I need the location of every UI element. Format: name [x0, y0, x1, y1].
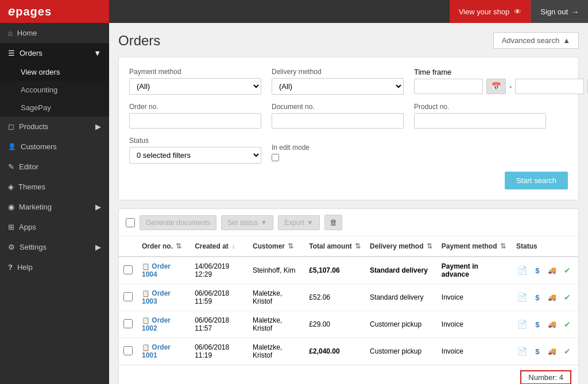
- order-icon: 📋: [142, 263, 150, 270]
- sidebar-item-help[interactable]: ? Help: [0, 257, 109, 277]
- status-select[interactable]: 0 selected filters: [129, 147, 261, 164]
- dollar-icon[interactable]: $: [531, 345, 544, 358]
- dollar-icon[interactable]: $: [531, 291, 544, 304]
- row-select-checkbox[interactable]: [123, 319, 133, 328]
- th-total-amount[interactable]: Total amount ⇅: [304, 236, 365, 257]
- row-select-checkbox[interactable]: [123, 265, 133, 274]
- sidebar-item-marketing[interactable]: ◉ Marketing ▶: [0, 197, 109, 217]
- payment-method-group: Payment method (All) Invoice PayPal Cred…: [129, 68, 261, 95]
- time-frame-from-input[interactable]: [414, 79, 483, 94]
- sort-icon-delivery-method: ⇅: [427, 242, 432, 250]
- order-no-input[interactable]: [129, 113, 261, 129]
- check-icon[interactable]: ✔: [561, 318, 574, 331]
- truck-icon[interactable]: 🚚: [546, 318, 559, 331]
- set-status-button[interactable]: Set status ▼: [221, 215, 273, 230]
- document-no-input[interactable]: [272, 113, 404, 129]
- calendar-from-button[interactable]: 📅: [486, 79, 506, 94]
- check-icon[interactable]: ✔: [561, 345, 574, 358]
- sidebar-subitem-accounting[interactable]: Accounting: [0, 81, 109, 99]
- sidebar-subitem-view-orders[interactable]: View orders: [0, 63, 109, 81]
- dollar-icon[interactable]: $: [531, 264, 544, 277]
- advanced-search-button[interactable]: Advanced search ▲: [493, 32, 579, 49]
- payment-method-select[interactable]: (All) Invoice PayPal Credit Card: [129, 78, 261, 95]
- row-checkbox-cell: [119, 311, 137, 338]
- sidebar-item-label: Orders: [20, 49, 42, 57]
- th-created-at[interactable]: Created at ↓: [190, 236, 248, 257]
- th-total-amount-label: Total amount: [309, 242, 351, 250]
- row-order-no: 📋 Order 1004: [137, 257, 190, 284]
- table-footer: Number: 4: [119, 365, 578, 384]
- product-no-input[interactable]: [414, 113, 546, 129]
- sidebar-item-label: Customers: [21, 142, 57, 151]
- table-row: 📋 Order 100414/06/2019 12:29Steinhoff, K…: [119, 257, 578, 284]
- top-bar: epages View your shop 👁 Sign out →: [0, 0, 588, 23]
- order-icon: 📋: [142, 344, 150, 351]
- document-icon[interactable]: 📄: [516, 291, 529, 304]
- order-icon: 📋: [142, 317, 150, 324]
- chevron-right-icon: ▶: [95, 122, 101, 131]
- sidebar: ⌂ Home ☰ Orders ▼ View orders Accounting…: [0, 23, 109, 384]
- truck-icon[interactable]: 🚚: [546, 291, 559, 304]
- sidebar-item-settings[interactable]: ⚙ Settings ▶: [0, 237, 109, 257]
- check-icon[interactable]: ✔: [561, 264, 574, 277]
- sidebar-item-customers[interactable]: 👤 Customers: [0, 137, 109, 157]
- th-order-no[interactable]: Order no. ⇅: [137, 236, 190, 257]
- row-total-amount: £5,107.06: [304, 257, 365, 284]
- document-icon[interactable]: 📄: [516, 345, 529, 358]
- sidebar-item-orders[interactable]: ☰ Orders ▼: [0, 43, 109, 63]
- view-shop-button[interactable]: View your shop 👁: [450, 0, 531, 23]
- row-delivery-method: Standard delivery: [365, 257, 437, 284]
- row-select-checkbox[interactable]: [123, 346, 133, 355]
- truck-icon[interactable]: 🚚: [546, 345, 559, 358]
- dollar-icon[interactable]: $: [531, 318, 544, 331]
- row-select-checkbox[interactable]: [123, 292, 133, 301]
- truck-icon[interactable]: 🚚: [546, 264, 559, 277]
- product-no-label: Product no.: [414, 103, 546, 111]
- logo: epages: [8, 4, 52, 19]
- row-payment-method: Invoice: [437, 338, 512, 365]
- orders-section: Generate documents Set status ▼ Export ▼…: [118, 208, 579, 384]
- row-order-no: 📋 Order 1003: [137, 284, 190, 311]
- order-no-group: Order no.: [129, 103, 261, 129]
- chevron-right-icon: ▶: [95, 243, 101, 251]
- delete-button[interactable]: 🗑: [324, 215, 342, 230]
- document-icon[interactable]: 📄: [516, 264, 529, 277]
- delivery-method-select[interactable]: (All) Standard delivery Customer pickup …: [272, 78, 404, 95]
- export-button[interactable]: Export ▼: [278, 215, 320, 230]
- row-status-actions: 📄 $ 🚚 ✔: [512, 257, 578, 284]
- row-created-at: 06/06/2018 11:19: [190, 338, 248, 365]
- settings-icon: ⚙: [8, 243, 15, 251]
- th-payment-method[interactable]: Payment method ⇅: [437, 236, 512, 257]
- search-row-2: Order no. Document no. Product no.: [129, 103, 568, 129]
- table-row: 📋 Order 100306/06/2018 11:59Maletzke, Kr…: [119, 284, 578, 311]
- editor-icon: ✎: [8, 162, 14, 171]
- sidebar-subitem-label: View orders: [21, 68, 60, 76]
- th-customer[interactable]: Customer ⇅: [248, 236, 304, 257]
- time-frame-to-input[interactable]: [515, 79, 584, 94]
- sidebar-item-apps[interactable]: ⊞ Apps: [0, 217, 109, 237]
- products-icon: ◻: [8, 122, 14, 131]
- generate-documents-button[interactable]: Generate documents: [140, 215, 216, 230]
- sidebar-subitem-sagepay[interactable]: SagePay: [0, 99, 109, 117]
- th-payment-method-label: Payment method: [442, 242, 497, 250]
- th-delivery-method[interactable]: Delivery method ⇅: [365, 236, 437, 257]
- row-delivery-method: Customer pickup: [365, 338, 437, 365]
- in-edit-mode-checkbox[interactable]: [272, 154, 279, 161]
- signout-button[interactable]: Sign out →: [531, 0, 588, 23]
- sidebar-item-products[interactable]: ◻ Products ▶: [0, 117, 109, 137]
- start-search-button[interactable]: Start search: [505, 172, 568, 189]
- sidebar-item-editor[interactable]: ✎ Editor: [0, 157, 109, 177]
- table-row: 📋 Order 100206/06/2018 11:57Maletzke, Kr…: [119, 311, 578, 338]
- row-customer: Maletzke, Kristof: [248, 311, 304, 338]
- sidebar-item-label: Settings: [20, 243, 47, 251]
- select-all-checkbox[interactable]: [126, 218, 135, 227]
- sidebar-item-themes[interactable]: ◈ Themes: [0, 177, 109, 197]
- sidebar-item-home[interactable]: ⌂ Home: [0, 23, 109, 43]
- check-icon[interactable]: ✔: [561, 291, 574, 304]
- search-row-1: Payment method (All) Invoice PayPal Cred…: [129, 68, 568, 95]
- document-icon[interactable]: 📄: [516, 318, 529, 331]
- row-total-amount: £52.06: [304, 284, 365, 311]
- apps-icon: ⊞: [8, 223, 14, 231]
- order-icon: 📋: [142, 290, 150, 297]
- th-delivery-method-label: Delivery method: [370, 242, 423, 250]
